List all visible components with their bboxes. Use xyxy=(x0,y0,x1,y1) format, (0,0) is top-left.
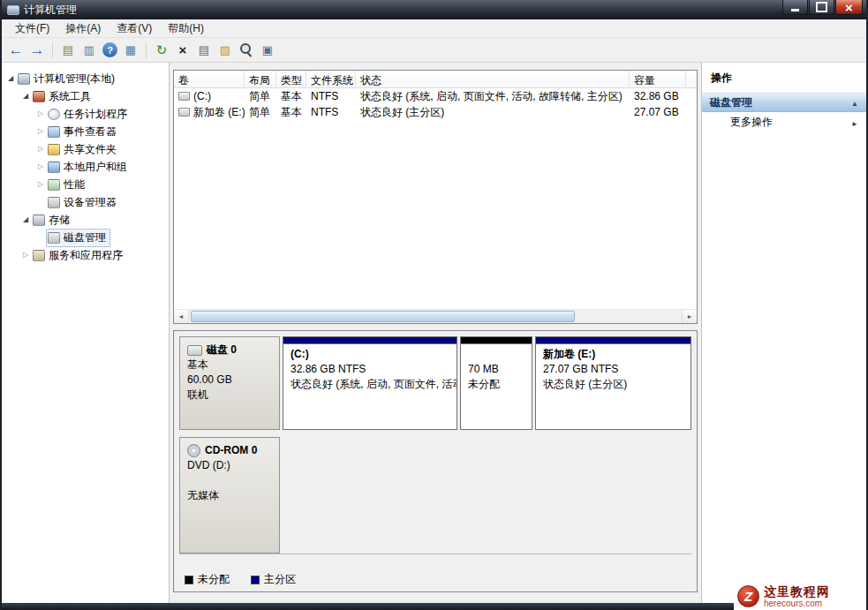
sidebar-item-computer-management[interactable]: 计算机管理(本地) xyxy=(2,70,169,87)
horizontal-scrollbar[interactable]: ◄ ► xyxy=(174,309,697,323)
column-header-type[interactable]: 类型 xyxy=(276,71,306,88)
disk0-row: 磁盘 0 基本 60.00 GB 联机 (C:) 32.86 GB NTFS 状… xyxy=(179,336,691,430)
watermark: 这里教程网 herecours.com xyxy=(734,583,866,610)
window-icon xyxy=(7,5,19,15)
sidebar-item-event-viewer[interactable]: 事件查看器 xyxy=(2,123,169,140)
partition-status: 状态良好 (系统, 启动, 页面文件, 活动, 故障转储, 主分区) xyxy=(291,377,449,392)
disk-management-icon xyxy=(48,232,60,244)
column-header-status[interactable]: 状态 xyxy=(356,71,630,88)
device-manager-icon xyxy=(48,197,60,208)
open-folder-icon[interactable]: ▨ xyxy=(215,41,235,60)
cdrom-info-box[interactable]: CD-ROM 0 DVD (D:) 无媒体 xyxy=(179,437,280,554)
scroll-left-icon[interactable]: ◄ xyxy=(174,310,189,323)
expander-icon[interactable] xyxy=(35,163,46,170)
more-actions-submenu-icon[interactable] xyxy=(851,117,858,129)
close-button[interactable] xyxy=(835,0,863,15)
watermark-url: herecours.com xyxy=(764,599,830,609)
actions-section-disk-management[interactable]: 磁盘管理 xyxy=(702,93,866,112)
export-list-icon[interactable]: ▤ xyxy=(58,41,78,60)
attributes-icon[interactable]: ▤ xyxy=(194,41,214,60)
legend-color-unallocated xyxy=(185,576,193,584)
delete-icon[interactable]: × xyxy=(173,41,192,60)
column-header-volume[interactable]: 卷 xyxy=(174,71,245,88)
cdrom-row: CD-ROM 0 DVD (D:) 无媒体 xyxy=(179,437,691,554)
back-icon[interactable]: ← xyxy=(6,41,26,60)
main-area: 计算机管理(本地) 系统工具 任务计划程序 事件查看器 共享文件夹 本地用户和组 xyxy=(2,63,866,603)
partition-e[interactable]: 新加卷 (E:) 27.07 GB NTFS 状态良好 (主分区) xyxy=(535,336,691,430)
expander-icon[interactable] xyxy=(35,128,46,135)
tree-item-label: 共享文件夹 xyxy=(64,142,117,157)
sidebar-item-local-users-groups[interactable]: 本地用户和组 xyxy=(2,158,169,176)
column-header-filesystem[interactable]: 文件系统 xyxy=(306,71,356,88)
forward-icon[interactable]: → xyxy=(27,41,47,60)
partition-color-bar xyxy=(536,337,691,344)
table-row[interactable]: (C:) 简单 基本 NTFS 状态良好 (系统, 启动, 页面文件, 活动, … xyxy=(174,88,697,104)
refresh-icon[interactable]: ↻ xyxy=(152,41,171,60)
scrollbar-track[interactable] xyxy=(189,310,682,323)
volume-filesystem: NTFS xyxy=(306,106,356,118)
hard-disk-icon xyxy=(187,345,202,356)
expander-icon[interactable] xyxy=(5,75,16,82)
console-window-icon[interactable]: ▦ xyxy=(121,41,140,60)
expander-icon[interactable] xyxy=(20,93,31,100)
sidebar-item-storage[interactable]: 存储 xyxy=(2,211,169,229)
titlebar[interactable]: 计算机管理 xyxy=(2,0,866,19)
tree-item-label: 设备管理器 xyxy=(64,195,117,210)
tree-item-label: 系统工具 xyxy=(49,89,91,104)
find-icon[interactable] xyxy=(237,41,256,60)
disk-status: 联机 xyxy=(187,388,272,403)
expander-icon[interactable] xyxy=(35,181,46,188)
tree-item-label: 服务和应用程序 xyxy=(49,248,123,263)
volume-type: 基本 xyxy=(276,89,306,104)
storage-icon xyxy=(33,215,45,226)
expander-icon[interactable] xyxy=(35,110,46,117)
sidebar-item-disk-management[interactable]: 磁盘管理 xyxy=(2,229,169,246)
partition-name: (C:) xyxy=(291,347,449,362)
column-header-capacity[interactable]: 容量 xyxy=(630,71,686,88)
sidebar-item-shared-folders[interactable]: 共享文件夹 xyxy=(2,140,169,158)
minimize-button[interactable] xyxy=(782,0,808,15)
expander-icon[interactable] xyxy=(20,252,31,259)
partition-status: 状态良好 (主分区) xyxy=(543,377,683,392)
collapse-section-icon[interactable] xyxy=(851,96,858,109)
middle-column: 卷 布局 类型 文件系统 状态 容量 (C:) 简单 基本 NTFS 状态良好 … xyxy=(170,63,701,603)
table-row[interactable]: 新加卷 (E:) 简单 基本 NTFS 状态良好 (主分区) 27.07 GB xyxy=(174,104,697,120)
manage-computer-icon[interactable]: ▣ xyxy=(258,41,277,60)
menu-item-action[interactable]: 操作(A) xyxy=(57,19,109,38)
column-header-layout[interactable]: 布局 xyxy=(245,71,276,88)
services-icon xyxy=(33,250,45,261)
tree-item-label: 事件查看器 xyxy=(64,124,117,139)
actions-title: 操作 xyxy=(702,63,866,93)
cd-rom-icon xyxy=(187,444,200,457)
sidebar-item-services-apps[interactable]: 服务和应用程序 xyxy=(2,246,169,264)
disk-name: 磁盘 0 xyxy=(207,343,237,358)
tree-item-label: 任务计划程序 xyxy=(64,107,127,122)
more-actions-item[interactable]: 更多操作 xyxy=(702,112,866,132)
tree-item-label: 性能 xyxy=(64,177,85,192)
tree-item-label: 本地用户和组 xyxy=(64,160,127,175)
partition-unallocated[interactable]: 70 MB 未分配 xyxy=(460,336,532,430)
menu-item-view[interactable]: 查看(V) xyxy=(109,19,160,38)
sidebar-item-performance[interactable]: 性能 xyxy=(2,176,169,193)
scrollbar-thumb[interactable] xyxy=(191,311,575,322)
maximize-button[interactable] xyxy=(809,0,834,15)
tree-item-label: 计算机管理(本地) xyxy=(34,72,115,87)
menu-item-help[interactable]: 帮助(H) xyxy=(160,19,212,38)
sidebar-item-task-scheduler[interactable]: 任务计划程序 xyxy=(2,105,169,123)
show-console-tree-icon[interactable]: ▥ xyxy=(79,41,99,60)
partition-c[interactable]: (C:) 32.86 GB NTFS 状态良好 (系统, 启动, 页面文件, 活… xyxy=(283,336,457,430)
disk0-info-box[interactable]: 磁盘 0 基本 60.00 GB 联机 xyxy=(179,336,280,430)
sidebar-item-device-manager[interactable]: 设备管理器 xyxy=(2,193,169,211)
expander-icon[interactable] xyxy=(35,146,46,153)
expander-icon[interactable] xyxy=(20,216,31,223)
sidebar-item-system-tools[interactable]: 系统工具 xyxy=(2,87,169,105)
volume-layout: 简单 xyxy=(245,105,276,120)
help-icon[interactable]: ? xyxy=(102,42,117,57)
volume-list-pane: 卷 布局 类型 文件系统 状态 容量 (C:) 简单 基本 NTFS 状态良好 … xyxy=(173,70,698,324)
partition-color-bar xyxy=(461,337,532,344)
window-title: 计算机管理 xyxy=(24,3,782,18)
cdrom-type: DVD (D:) xyxy=(187,458,272,473)
menubar: 文件(F) 操作(A) 查看(V) 帮助(H) xyxy=(2,19,866,38)
menu-item-file[interactable]: 文件(F) xyxy=(7,19,57,38)
scroll-right-icon[interactable]: ► xyxy=(682,310,697,323)
